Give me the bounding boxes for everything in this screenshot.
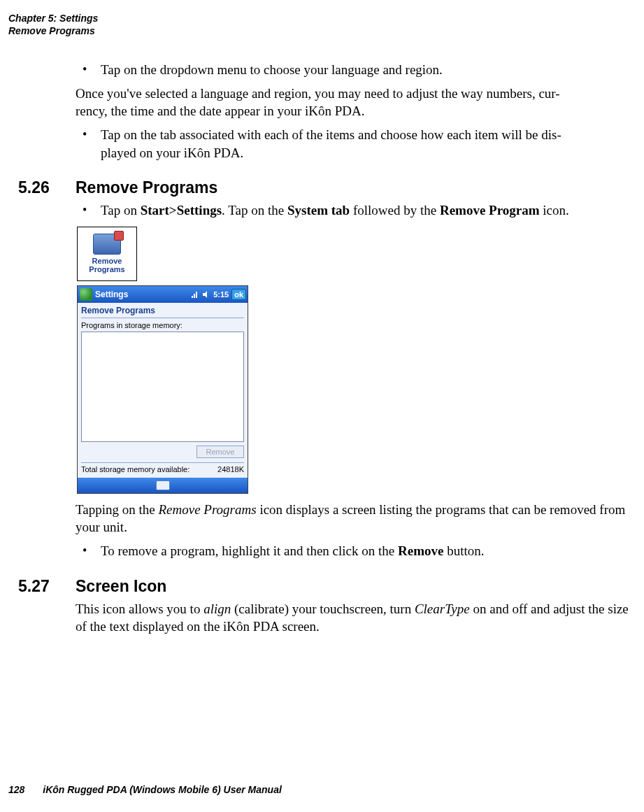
page-number: 128	[8, 784, 24, 795]
bullet-item: Tap on the dropdown menu to choose your …	[76, 61, 629, 79]
remove-programs-icon	[93, 234, 121, 255]
ok-button[interactable]: ok	[231, 289, 246, 300]
pda-screen-heading: Remove Programs	[81, 306, 244, 318]
icon-caption: Remove Programs	[89, 257, 124, 273]
programs-listbox[interactable]	[81, 332, 244, 442]
remove-programs-icon-figure: Remove Programs	[77, 227, 137, 281]
storage-label: Total storage memory available:	[81, 465, 189, 473]
section-number: 5.27	[18, 577, 50, 596]
pda-bottombar	[78, 478, 248, 493]
book-title: iKôn Rugged PDA (Windows Mobile 6) User …	[43, 784, 282, 795]
pda-screenshot: Settings 5:15 ok Remove Programs Program…	[77, 285, 248, 494]
page-header: Chapter 5: Settings Remove Programs	[8, 13, 636, 37]
remove-button[interactable]: Remove	[196, 446, 244, 458]
bullet-item: Tap on the tab associated with each of t…	[76, 126, 629, 162]
keyboard-icon[interactable]	[156, 480, 170, 490]
pda-title: Settings	[95, 290, 188, 299]
pda-titlebar: Settings 5:15 ok	[78, 286, 248, 303]
pda-body: Remove Programs Programs in storage memo…	[78, 303, 248, 478]
programs-list-label: Programs in storage memory:	[81, 321, 244, 329]
page-footer: 128 iKôn Rugged PDA (Windows Mobile 6) U…	[8, 784, 282, 795]
section-heading-5-27: 5.27 Screen Icon	[76, 577, 629, 596]
chapter-title: Chapter 5: Settings	[8, 13, 636, 25]
pda-clock: 5:15	[213, 290, 229, 299]
start-flag-icon[interactable]	[80, 288, 92, 301]
bullet-item: To remove a program, highlight it and th…	[76, 542, 629, 560]
body-paragraph: Once you've selected a language and regi…	[76, 85, 629, 120]
body-paragraph: Tapping on the Remove Programs icon disp…	[76, 501, 629, 536]
chapter-subtitle: Remove Programs	[8, 25, 636, 38]
section-title: Remove Programs	[76, 178, 217, 197]
signal-icon	[191, 290, 199, 299]
body-paragraph: This icon allows you to align (calibrate…	[76, 600, 629, 636]
section-title: Screen Icon	[76, 577, 166, 595]
bullet-text: Tap on the dropdown menu to choose your …	[101, 62, 443, 77]
storage-info: Total storage memory available: 24818K	[81, 462, 244, 473]
section-heading-5-26: 5.26 Remove Programs	[76, 178, 629, 197]
section-number: 5.26	[18, 178, 50, 197]
bullet-item: Tap on Start>Settings. Tap on the System…	[76, 201, 629, 220]
storage-value: 24818K	[217, 465, 244, 473]
volume-icon[interactable]	[202, 290, 210, 299]
